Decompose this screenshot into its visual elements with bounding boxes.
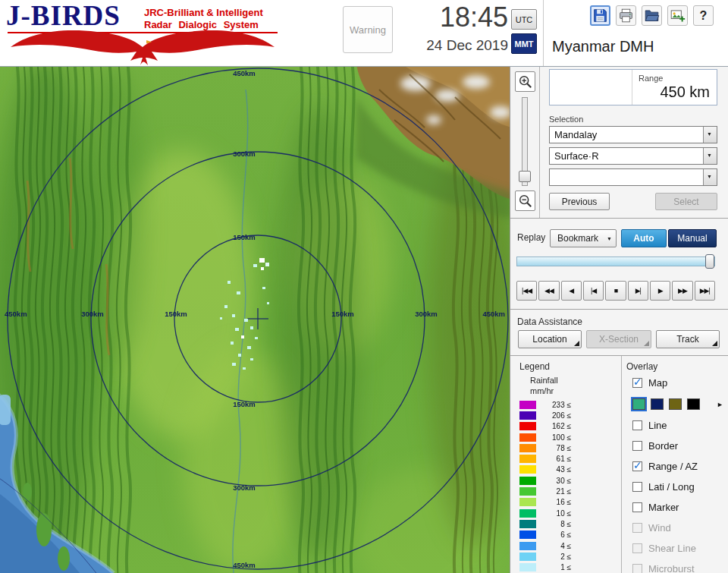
legend-value: 10 ≤	[536, 509, 571, 518]
play-button[interactable]: ▶	[650, 281, 670, 301]
fast-forward-button[interactable]: ▶▶	[672, 281, 692, 301]
overlay-item-map: Map	[632, 373, 725, 393]
eagle-logo-icon	[6, 26, 279, 65]
legend-color-swatch	[519, 465, 536, 474]
location-button[interactable]: Location	[518, 330, 582, 348]
replay-slider-thumb[interactable]	[705, 254, 714, 269]
range-ring-label: 300km	[81, 310, 104, 318]
replay-label: Replay	[517, 232, 545, 243]
skip-to-end-button[interactable]: ▶▶|	[695, 281, 715, 301]
map-color-swatch[interactable]	[632, 398, 645, 410]
checkbox-marker[interactable]	[632, 502, 642, 512]
save-button[interactable]	[590, 5, 610, 26]
select-button[interactable]: Select	[655, 193, 717, 210]
legend-row: 10 ≤	[519, 508, 613, 518]
overlay-item-marker: Marker	[632, 497, 725, 518]
legend-value: 162 ≤	[536, 422, 571, 430]
legend-color-swatch	[519, 487, 536, 496]
dropdown-arrow-icon[interactable]	[703, 148, 717, 164]
print-button[interactable]	[616, 5, 636, 26]
warning-button[interactable]: Warning	[343, 6, 393, 53]
overlay-item-microburst: Microburst	[632, 559, 725, 573]
overlay-item-line: Line	[632, 415, 725, 436]
logo-subtitle-line1: JRC-Brilliant & Intelligent	[144, 7, 263, 19]
zoom-slider-thumb[interactable]	[519, 171, 531, 182]
legend-value: 61 ≤	[536, 455, 571, 463]
checkbox-range-az[interactable]	[632, 461, 642, 471]
bookmark-button[interactable]: Bookmark	[550, 229, 617, 247]
range-ring-label: 450km	[5, 310, 27, 318]
range-ring-label: 300km	[415, 310, 438, 318]
range-ring-label: 450km	[482, 310, 505, 318]
clock-time: 18:45	[394, 1, 508, 34]
step-forward-button[interactable]: ▶|	[628, 281, 648, 301]
overlay-label: Map	[648, 377, 667, 389]
export-image-button[interactable]	[667, 5, 688, 26]
folder-icon	[644, 8, 660, 24]
checkbox-border[interactable]	[632, 441, 642, 451]
legend-title: Legend	[519, 361, 550, 372]
utc-button[interactable]: UTC	[511, 9, 537, 30]
zoom-out-button[interactable]	[515, 190, 535, 211]
legend-color-swatch	[519, 477, 536, 485]
track-button[interactable]: Track	[656, 330, 720, 348]
legend-color-swatch	[519, 433, 536, 442]
legend-color-swatch	[519, 411, 536, 420]
radar-map-canvas: 450km300km150km150km300km450km450km300km…	[0, 67, 510, 573]
stop-button[interactable]: ■	[605, 281, 626, 301]
map-color-swatch[interactable]	[669, 398, 682, 410]
zoom-slider-track[interactable]	[522, 97, 528, 186]
replay-timeline-slider[interactable]	[516, 257, 715, 266]
data-assistance-label: Data Assistance	[517, 316, 582, 327]
legend-color-swatch	[519, 498, 536, 506]
help-button[interactable]: ?	[693, 5, 714, 26]
open-file-button[interactable]	[642, 5, 662, 26]
range-value: 450 km	[660, 83, 710, 101]
mmt-button[interactable]: MMT	[511, 33, 537, 54]
dropdown-arrow-icon[interactable]	[703, 127, 717, 143]
overlay-title: Overlay	[626, 361, 657, 372]
range-ring-label: 150km	[233, 233, 256, 241]
map-color-swatch[interactable]	[687, 398, 700, 410]
overlay-label: Range / AZ	[648, 461, 698, 472]
zoom-in-button[interactable]	[515, 71, 535, 92]
legend-row: 8 ≤	[519, 518, 613, 529]
overlay-label: Border	[648, 440, 678, 452]
jbirds-logo: J-BIRDS JRC-Brilliant & Intelligent Rada…	[6, 2, 285, 65]
legend-row: 78 ≤	[519, 442, 613, 453]
checkbox-lati-long[interactable]	[632, 482, 642, 492]
legend-row: 100 ≤	[519, 432, 613, 442]
map-color-swatch[interactable]	[651, 398, 664, 410]
auto-mode-button[interactable]: Auto	[621, 229, 667, 247]
control-panel: Range 450 km Selection Mandalay Surface·…	[510, 67, 728, 573]
previous-button[interactable]: Previous	[549, 193, 610, 210]
bookmark-label: Bookmark	[557, 233, 598, 244]
fast-rewind-button[interactable]: ◀◀	[538, 281, 559, 301]
overlay-label: Wind	[648, 522, 671, 534]
radar-map[interactable]: 450km300km150km150km300km450km450km300km…	[0, 67, 510, 573]
x-section-button[interactable]: X-Section	[586, 330, 651, 348]
product-dropdown-value: Surface·R	[554, 150, 599, 162]
jbirds-app: J-BIRDS JRC-Brilliant & Intelligent Rada…	[0, 0, 728, 573]
product-dropdown[interactable]: Surface·R	[549, 147, 717, 165]
overlay-item-lati-long: Lati / Long	[632, 477, 725, 497]
legend-color-swatch	[519, 553, 536, 561]
legend-value: 206 ≤	[536, 411, 571, 420]
map-color-swatches: ►	[632, 393, 725, 415]
data-assistance-section: Data Assistance Location X-Section Track	[510, 309, 728, 355]
site-dropdown[interactable]: Mandalay	[549, 126, 717, 143]
manual-mode-button[interactable]: Manual	[668, 229, 717, 247]
map-colors-more-arrow[interactable]: ►	[717, 401, 723, 408]
extra-dropdown[interactable]	[549, 168, 717, 186]
overlay-list: Map►LineBorderRange / AZLati / LongMarke…	[632, 373, 725, 573]
dropdown-arrow-icon[interactable]	[703, 169, 717, 185]
header-divider	[543, 0, 544, 66]
range-ring-label: 150km	[233, 400, 256, 408]
legend-color-swatch	[519, 444, 536, 452]
range-label: Range	[639, 74, 663, 83]
step-back-button[interactable]: |◀	[583, 281, 604, 301]
checkbox-map[interactable]	[632, 378, 642, 388]
checkbox-line[interactable]	[632, 420, 642, 430]
reverse-play-button[interactable]: ◀	[561, 281, 582, 301]
skip-to-start-button[interactable]: |◀◀	[516, 281, 537, 301]
